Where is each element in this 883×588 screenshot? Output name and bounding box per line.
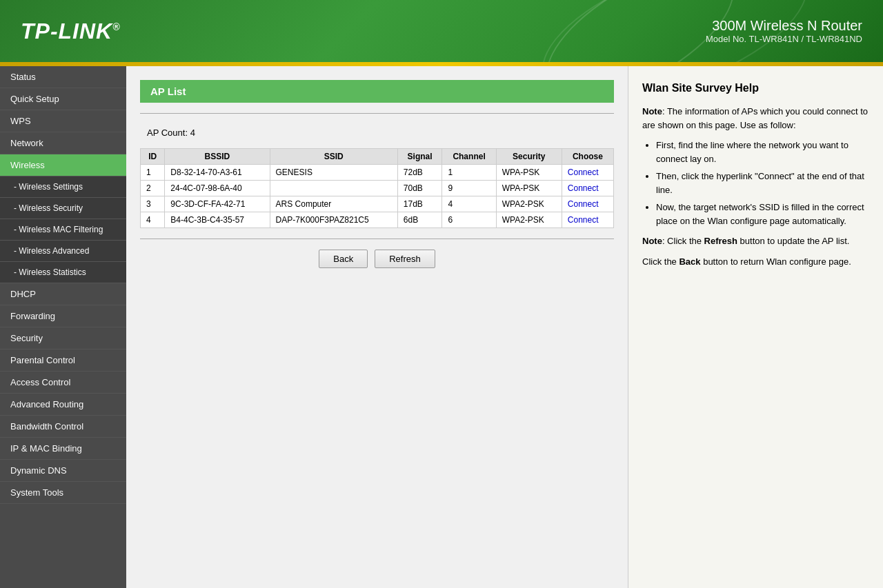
sidebar-item-wireless-settings[interactable]: - Wireless Settings <box>0 176 126 198</box>
help-list-item: Then, click the hyperlink "Connect" at t… <box>656 170 869 196</box>
sidebar-item-access-control[interactable]: Access Control <box>0 372 126 394</box>
sidebar: StatusQuick SetupWPSNetworkWireless- Wir… <box>0 66 126 588</box>
section-header: AP List <box>140 80 614 103</box>
connect-link[interactable]: Connect <box>568 183 599 193</box>
help-list: First, find the line where the network y… <box>642 139 869 227</box>
top-divider <box>140 113 614 114</box>
table-row: 224-4C-07-98-6A-4070dB9WPA-PSKConnect <box>141 181 614 196</box>
sidebar-item-wps[interactable]: WPS <box>0 110 126 132</box>
sidebar-item-wireless-security[interactable]: - Wireless Security <box>0 198 126 219</box>
connect-link[interactable]: Connect <box>568 215 599 225</box>
header-right: 300M Wireless N Router Model No. TL-WR84… <box>706 18 862 44</box>
connect-link[interactable]: Connect <box>568 168 599 177</box>
product-title: 300M Wireless N Router <box>706 18 862 34</box>
main-layout: StatusQuick SetupWPSNetworkWireless- Wir… <box>0 66 883 588</box>
main-content: AP List AP Count: 4 IDBSSIDSSIDSignalCha… <box>126 66 628 588</box>
sidebar-item-parental-control[interactable]: Parental Control <box>0 349 126 372</box>
help-note2: Note: Click the Refresh button to update… <box>642 234 869 248</box>
sidebar-item-dhcp[interactable]: DHCP <box>0 283 126 305</box>
sidebar-item-advanced-routing[interactable]: Advanced Routing <box>0 394 126 416</box>
table-row: 39C-3D-CF-FA-42-71ARS Computer17dB4WPA2-… <box>141 196 614 212</box>
ap-count: AP Count: 4 <box>140 124 614 141</box>
table-header-security: Security <box>496 149 562 165</box>
table-header-channel: Channel <box>442 149 496 165</box>
logo: TP-LINK® <box>21 19 121 44</box>
help-title: Wlan Site Survey Help <box>642 80 869 97</box>
help-note1: Note: The information of APs which you c… <box>642 105 869 132</box>
help-list-item: First, find the line where the network y… <box>656 139 869 165</box>
sidebar-item-status[interactable]: Status <box>0 66 126 88</box>
ap-table: IDBSSIDSSIDSignalChannelSecurityChoose 1… <box>140 148 614 228</box>
table-row: 1D8-32-14-70-A3-61GENESIS72dB1WPA-PSKCon… <box>141 165 614 181</box>
sidebar-item-bandwidth-control[interactable]: Bandwidth Control <box>0 416 126 438</box>
sidebar-item-wireless-mac-filtering[interactable]: - Wireless MAC Filtering <box>0 219 126 241</box>
help-list-item: Now, the target network's SSID is filled… <box>656 201 869 227</box>
refresh-button[interactable]: Refresh <box>375 250 435 268</box>
button-row: Back Refresh <box>140 250 614 268</box>
sidebar-item-network[interactable]: Network <box>0 132 126 154</box>
sidebar-item-ip-mac-binding[interactable]: IP & MAC Binding <box>0 438 126 460</box>
sidebar-item-dynamic-dns[interactable]: Dynamic DNS <box>0 460 126 482</box>
table-header-ssid: SSID <box>270 149 397 165</box>
sidebar-item-wireless-advanced[interactable]: - Wireless Advanced <box>0 241 126 262</box>
bottom-divider <box>140 239 614 239</box>
table-header-bssid: BSSID <box>165 149 270 165</box>
table-header-signal: Signal <box>397 149 442 165</box>
sidebar-item-system-tools[interactable]: System Tools <box>0 482 126 504</box>
table-header-id: ID <box>141 149 165 165</box>
sidebar-item-wireless[interactable]: Wireless <box>0 154 126 176</box>
content-area: AP List AP Count: 4 IDBSSIDSSIDSignalCha… <box>126 66 883 588</box>
connect-link[interactable]: Connect <box>568 199 599 209</box>
table-row: 4B4-4C-3B-C4-35-57DAP-7K000F3PAZ821C56dB… <box>141 212 614 228</box>
model-number: Model No. TL-WR841N / TL-WR841ND <box>706 34 862 44</box>
table-header-row: IDBSSIDSSIDSignalChannelSecurityChoose <box>141 149 614 165</box>
header: TP-LINK® 300M Wireless N Router Model No… <box>0 0 883 62</box>
sidebar-item-wireless-statistics[interactable]: - Wireless Statistics <box>0 262 126 283</box>
help-note3: Click the Back button to return Wlan con… <box>642 255 869 269</box>
help-panel: Wlan Site Survey Help Note: The informat… <box>628 66 883 588</box>
sidebar-item-quick-setup[interactable]: Quick Setup <box>0 88 126 110</box>
table-header-choose: Choose <box>562 149 613 165</box>
back-button[interactable]: Back <box>319 250 368 268</box>
sidebar-item-security[interactable]: Security <box>0 327 126 349</box>
sidebar-item-forwarding[interactable]: Forwarding <box>0 305 126 327</box>
